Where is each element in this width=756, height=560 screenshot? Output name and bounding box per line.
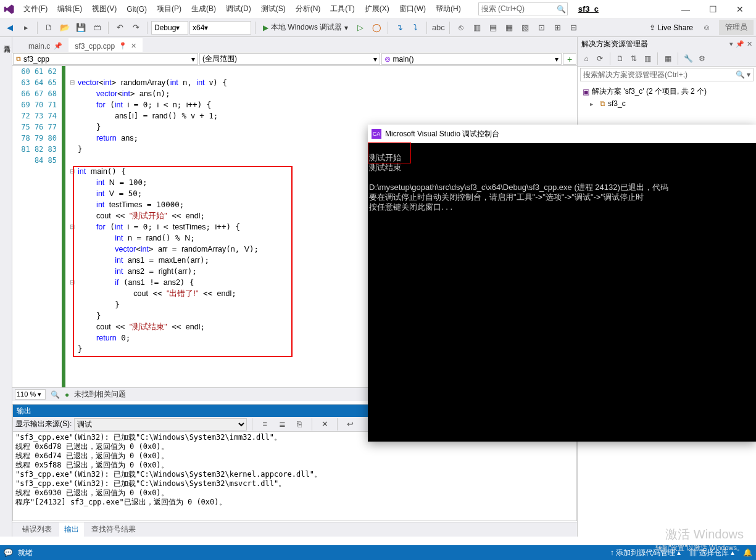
tab-errors[interactable]: 错误列表 <box>17 522 57 537</box>
pin-icon[interactable]: 📌 <box>54 42 62 50</box>
search-input[interactable]: 搜索 (Ctrl+Q) <box>478 2 568 15</box>
sln-close-icon[interactable]: ✕ <box>747 40 752 48</box>
nav-add-button[interactable]: + <box>563 53 576 65</box>
t3-icon[interactable]: ▤ <box>486 20 501 35</box>
new-project-icon[interactable]: 🗋 <box>41 20 56 35</box>
step-over-icon[interactable]: ⤵ <box>408 20 423 35</box>
platform-dropdown[interactable]: x64 ▾ <box>189 21 251 35</box>
out-btn2-icon[interactable]: ≣ <box>275 417 289 432</box>
t8-icon[interactable]: ⊟ <box>566 20 581 35</box>
undo-icon[interactable]: ↶ <box>112 20 127 35</box>
statusbar: 💬 就绪 ↑ 添加到源代码管理 ▴ ▥ 选择仓库 ▴ 🔔 <box>0 545 756 560</box>
sln-proj-node[interactable]: ▸⧉sf3_c <box>580 98 754 109</box>
tab-output[interactable]: 输出 <box>59 522 84 537</box>
sln-wrench-icon[interactable]: 🔧 <box>682 52 694 65</box>
solution-icon: ▣ <box>583 88 589 96</box>
sln-refresh-icon[interactable]: ⟳ <box>594 52 606 65</box>
open-icon[interactable]: 📂 <box>57 20 72 35</box>
admin-badge: 管理员 <box>719 20 754 35</box>
pin-icon[interactable]: 📍 <box>118 42 127 50</box>
close-button[interactable]: ✕ <box>728 1 752 18</box>
menu-git[interactable]: Git(G) <box>122 2 152 16</box>
nav-bar: ⧉sf3_cpp▾ (全局范围)▾ ⊚main()▾ + <box>12 52 577 66</box>
menu-test[interactable]: 测试(S) <box>256 1 291 17</box>
menu-view[interactable]: 视图(V) <box>87 1 122 17</box>
toolbox-strip[interactable]: 工具箱 <box>0 37 12 537</box>
sln-showall-icon[interactable]: ▦ <box>662 52 674 65</box>
t7-icon[interactable]: ⊞ <box>550 20 565 35</box>
config-dropdown[interactable]: Debug ▾ <box>151 21 188 35</box>
menu-window[interactable]: 窗口(W) <box>394 1 431 17</box>
menu-build[interactable]: 生成(B) <box>186 1 221 17</box>
t6-icon[interactable]: ⊡ <box>534 20 549 35</box>
t4-icon[interactable]: ▦ <box>502 20 517 35</box>
t1-icon[interactable]: ⎋ <box>454 20 468 35</box>
zoom-input[interactable]: 110 % ▾ <box>15 389 46 400</box>
expand-icon[interactable]: ▸ <box>590 101 597 107</box>
status-ready: 就绪 <box>18 548 33 558</box>
sln-root-node[interactable]: ▣解决方案 'sf3_c' (2 个项目, 共 2 个) <box>580 85 754 98</box>
menu-analyze[interactable]: 分析(N) <box>291 1 326 17</box>
menu-file[interactable]: 文件(F) <box>19 1 52 17</box>
play-sub-icon[interactable]: ▷ <box>353 20 368 35</box>
change-margin <box>62 66 65 389</box>
t5-icon[interactable]: ▧ <box>518 20 533 35</box>
step-into-icon[interactable]: ↴ <box>392 20 407 35</box>
sln-home-icon[interactable]: ⌂ <box>580 52 592 65</box>
sln-dropdown-icon[interactable]: ▾ <box>729 40 733 48</box>
play-icon: ▶ <box>263 23 268 32</box>
close-icon[interactable]: ✕ <box>131 42 136 50</box>
save-all-icon[interactable]: 🗃 <box>89 20 104 35</box>
nav-func-dropdown[interactable]: ⊚main()▾ <box>381 53 562 65</box>
sln-prop-icon[interactable]: ⚙ <box>696 52 708 65</box>
run-button[interactable]: ▶本地 Windows 调试器 ▾ <box>259 22 352 33</box>
menu-edit[interactable]: 编辑(E) <box>52 1 87 17</box>
console-body[interactable]: 测试开始 测试结束 D:\mysetup\gopath\src\dsy\sf3_… <box>368 143 756 222</box>
bell-icon[interactable]: 🔔 <box>743 548 752 557</box>
tab-symbols[interactable]: 查找符号结果 <box>86 522 141 537</box>
out-btn1-icon[interactable]: ≡ <box>257 417 272 432</box>
search-icon[interactable]: 🔍 <box>557 5 566 14</box>
minimize-button[interactable]: — <box>673 1 698 18</box>
menu-debug[interactable]: 调试(D) <box>221 1 256 17</box>
nav-back-icon[interactable]: ◀ <box>2 20 17 35</box>
debug-console-window[interactable]: CA Microsoft Visual Studio 调试控制台 测试开始 测试… <box>368 125 756 442</box>
sln-tree[interactable]: ▣解决方案 'sf3_c' (2 个项目, 共 2 个) ▸⧉sf3_c <box>578 83 756 112</box>
maximize-button[interactable]: ☐ <box>700 1 725 18</box>
redo-icon[interactable]: ↷ <box>128 20 143 35</box>
menu-extensions[interactable]: 扩展(X) <box>360 1 394 17</box>
out-btn3-icon[interactable]: ⎘ <box>292 417 307 432</box>
fold-column[interactable]: ⊟⊟⊟⊟ <box>68 66 77 389</box>
sln-pin-icon[interactable]: 📌 <box>736 40 744 48</box>
tab-sf3-cpp[interactable]: sf3_cpp.cpp📍✕ <box>69 38 143 52</box>
output-body[interactable]: "sf3_cpp.exe"(Win32): 已加载"C:\Windows\Sys… <box>13 432 576 512</box>
out-clear-icon[interactable]: ✕ <box>317 417 332 432</box>
console-titlebar[interactable]: CA Microsoft Visual Studio 调试控制台 <box>368 125 756 143</box>
document-tabs: main.c📌 sf3_cpp.cpp📍✕ <box>12 37 577 52</box>
out-wrap-icon[interactable]: ↩ <box>343 417 357 432</box>
nav-fwd-icon[interactable]: ▸ <box>19 20 33 35</box>
save-icon[interactable]: 💾 <box>73 20 88 35</box>
nav-scope-dropdown[interactable]: (全局范围)▾ <box>199 53 380 65</box>
hot-reload-icon[interactable]: ◯ <box>369 20 384 35</box>
sln-search-input[interactable]: 搜索解决方案资源管理器(Ctrl+;)🔍 ▾ <box>580 68 754 81</box>
menu-help[interactable]: 帮助(H) <box>431 1 466 17</box>
sln-sync-icon[interactable]: ⇅ <box>628 52 640 65</box>
t2-icon[interactable]: ▥ <box>470 20 484 35</box>
menu-tools[interactable]: 工具(T) <box>325 1 359 17</box>
live-share-button[interactable]: ⇪Live Share <box>644 23 698 32</box>
status-notify-icon[interactable]: 💬 <box>4 548 13 557</box>
nav-project-dropdown[interactable]: ⧉sf3_cpp▾ <box>13 53 198 65</box>
windows-activation-watermark: 激活 Windows <box>665 526 744 543</box>
menu-project[interactable]: 项目(P) <box>152 1 186 17</box>
comment-icon[interactable]: abc <box>431 20 446 35</box>
solution-name[interactable]: sf3_c <box>578 4 599 14</box>
output-source-label: 显示输出来源(S): <box>15 419 72 429</box>
sln-title[interactable]: 解决方案资源管理器▾📌✕ <box>578 37 756 51</box>
sln-filter-icon[interactable]: ▥ <box>641 52 654 65</box>
feedback-icon[interactable]: ☺ <box>699 20 714 35</box>
tab-main-c[interactable]: main.c📌 <box>22 38 69 52</box>
issue-icon[interactable]: 🔍 <box>51 390 60 399</box>
output-source-dropdown[interactable]: 调试 <box>74 418 247 430</box>
sln-save-icon[interactable]: 🗋 <box>614 52 626 65</box>
